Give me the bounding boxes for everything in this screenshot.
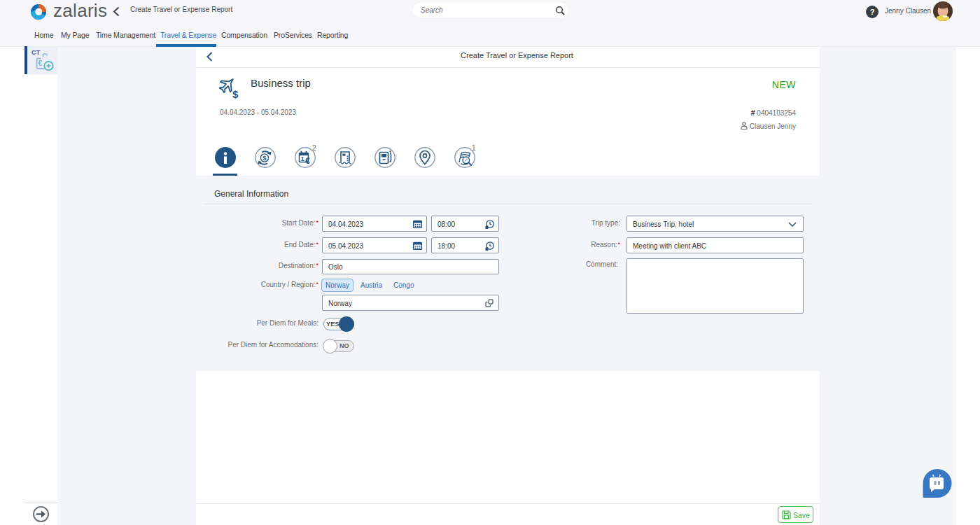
svg-text:$: $ <box>232 88 239 100</box>
svg-text:1: 1 <box>301 155 304 162</box>
svg-text:€: € <box>38 59 43 67</box>
svg-text:€: € <box>305 156 310 166</box>
svg-text:$: $ <box>262 154 267 162</box>
